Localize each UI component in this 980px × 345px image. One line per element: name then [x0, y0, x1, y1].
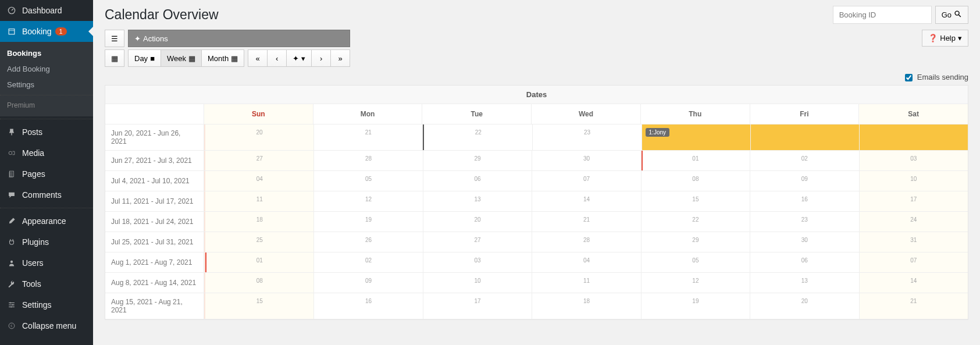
nav-next-button[interactable]: › — [311, 49, 331, 67]
calendar-day-cell[interactable]: 13 — [750, 273, 859, 293]
calendar-day-cell[interactable]: 15 — [204, 293, 314, 319]
booking-id-input[interactable] — [833, 6, 932, 24]
calendar-day-cell[interactable]: 29 — [642, 232, 750, 252]
calendar-day-cell[interactable]: 11 — [204, 191, 314, 211]
calendar-day-cell[interactable]: 28 — [314, 151, 423, 170]
calendar-day-cell[interactable] — [751, 125, 860, 150]
calendar-day-cell[interactable]: 08 — [204, 273, 314, 293]
help-button[interactable]: ❓ Help ▾ — [922, 30, 968, 47]
calendar-day-cell[interactable]: 02 — [314, 252, 423, 272]
calendar-day-cell[interactable]: 23 — [750, 212, 859, 232]
calendar-day-cell[interactable]: 20 — [750, 293, 859, 319]
calendar-view-button[interactable]: ▦ — [105, 49, 124, 67]
calendar-day-cell[interactable]: 05 — [314, 171, 423, 191]
calendar-day-cell[interactable]: 21 — [314, 125, 423, 150]
calendar-day-cell[interactable]: 09 — [314, 273, 423, 293]
calendar-day-cell[interactable]: 17 — [423, 293, 532, 319]
calendar-day-cell[interactable]: 27 — [423, 232, 532, 252]
calendar-day-cell[interactable]: 17 — [860, 191, 968, 211]
calendar-day-cell[interactable]: 27 — [204, 151, 314, 170]
calendar-day-cell[interactable]: 26 — [314, 232, 423, 252]
nav-first-button[interactable]: « — [248, 49, 268, 67]
booking-tag[interactable]: 1:Jony — [646, 128, 669, 137]
calendar-day-cell[interactable]: 1:Jony — [642, 125, 751, 150]
sidebar-item-comments[interactable]: Comments — [0, 184, 93, 205]
view-week-button[interactable]: Week ▦ — [161, 49, 202, 67]
calendar-day-cell[interactable] — [860, 125, 968, 150]
actions-button[interactable]: ✦ Actions — [128, 30, 350, 47]
emails-sending-toggle[interactable]: Emails sending — [905, 73, 968, 81]
calendar-day-cell[interactable]: 15 — [642, 191, 750, 211]
calendar-day-cell[interactable]: 03 — [860, 151, 968, 170]
calendar-day-cell[interactable]: 16 — [314, 293, 423, 319]
sidebar-item-posts[interactable]: Posts — [0, 122, 93, 143]
calendar-day-cell[interactable]: 02 — [750, 151, 859, 170]
calendar-day-cell[interactable]: 10 — [423, 273, 532, 293]
calendar-day-cell[interactable]: 16 — [750, 191, 859, 211]
calendar-day-cell[interactable]: 25 — [204, 232, 314, 252]
calendar-day-cell[interactable]: 05 — [642, 252, 750, 272]
sidebar-item-dashboard[interactable]: Dashboard — [0, 0, 93, 21]
view-day-button[interactable]: Day ■ — [128, 49, 161, 67]
calendar-day-cell[interactable]: 19 — [642, 293, 750, 319]
calendar-day-cell[interactable]: 01 — [204, 252, 314, 272]
sidebar-item-label: Dashboard — [22, 6, 62, 15]
calendar-day-cell[interactable]: 07 — [860, 252, 968, 272]
sidebar-item-tools[interactable]: Tools — [0, 273, 93, 294]
calendar-day-cell[interactable]: 20 — [204, 125, 314, 150]
calendar-day-cell[interactable]: 31 — [860, 232, 968, 252]
calendar-day-cell[interactable]: 13 — [423, 191, 532, 211]
sidebar-item-settings[interactable]: Settings — [0, 294, 93, 315]
calendar-day-cell[interactable]: 14 — [860, 273, 968, 293]
nav-last-button[interactable]: » — [330, 49, 350, 67]
calendar-day-cell[interactable]: 12 — [314, 191, 423, 211]
calendar-day-cell[interactable]: 29 — [423, 151, 532, 170]
view-month-button[interactable]: Month ▦ — [201, 49, 244, 67]
emails-sending-checkbox[interactable] — [905, 74, 913, 81]
calendar-day-cell[interactable]: 23 — [533, 125, 642, 150]
calendar-day-cell[interactable]: 18 — [204, 212, 314, 232]
list-view-button[interactable]: ☰ — [105, 30, 124, 47]
calendar-day-cell[interactable]: 12 — [642, 273, 750, 293]
calendar-day-cell[interactable]: 30 — [750, 232, 859, 252]
calendar-day-cell[interactable]: 01 — [642, 151, 750, 170]
calendar-day-cell[interactable]: 04 — [532, 252, 641, 272]
calendar-day-cell[interactable]: 22 — [423, 125, 533, 150]
calendar-day-cell[interactable]: 21 — [532, 212, 641, 232]
calendar-day-cell[interactable]: 03 — [423, 252, 532, 272]
nav-prev-button[interactable]: ‹ — [267, 49, 287, 67]
calendar-day-cell[interactable]: 11 — [532, 273, 641, 293]
calendar-week-label: Aug 15, 2021 - Aug 21, 2021 — [105, 293, 204, 319]
calendar-day-cell[interactable]: 06 — [750, 252, 859, 272]
calendar-week-row: Jul 11, 2021 - Jul 17, 20211112131415161… — [105, 191, 968, 212]
calendar-day-cell[interactable]: 06 — [423, 171, 532, 191]
calendar-day-cell[interactable]: 20 — [423, 212, 532, 232]
calendar-week-row: Aug 8, 2021 - Aug 14, 202108091011121314 — [105, 273, 968, 293]
sidebar-sub-bookings[interactable]: Bookings — [0, 45, 93, 61]
sidebar-item-appearance[interactable]: Appearance — [0, 211, 93, 232]
calendar-day-cell[interactable]: 14 — [532, 191, 641, 211]
calendar-day-cell[interactable]: 09 — [750, 171, 859, 191]
sidebar-item-users[interactable]: Users — [0, 252, 93, 273]
calendar-day-cell[interactable]: 08 — [642, 171, 750, 191]
sidebar-item-plugins[interactable]: Plugins — [0, 232, 93, 252]
calendar-day-cell[interactable]: 30 — [532, 151, 641, 170]
calendar-day-cell[interactable]: 19 — [314, 212, 423, 232]
sidebar-sub-add-booking[interactable]: Add Booking — [0, 61, 93, 77]
calendar-day-cell[interactable]: 21 — [860, 293, 968, 319]
search-go-button[interactable]: Go — [935, 6, 968, 24]
sidebar-item-collapse[interactable]: Collapse menu — [0, 315, 93, 336]
nav-center-button[interactable]: ✦ ▾ — [286, 49, 312, 67]
sidebar-sub-settings[interactable]: Settings — [0, 77, 93, 93]
calendar-day-cell[interactable]: 22 — [642, 212, 750, 232]
calendar-day-cell[interactable]: 04 — [204, 171, 314, 191]
sidebar-item-booking[interactable]: Booking 1 — [0, 21, 93, 42]
calendar-day-cell[interactable]: 28 — [532, 232, 641, 252]
calendar-day-cell[interactable]: 18 — [532, 293, 641, 319]
calendar-day-cell[interactable]: 07 — [532, 171, 641, 191]
sidebar-item-media[interactable]: Media — [0, 143, 93, 163]
calendar-day-cell[interactable]: 24 — [860, 212, 968, 232]
crosshair-icon: ✦ — [293, 54, 299, 63]
calendar-day-cell[interactable]: 10 — [860, 171, 968, 191]
sidebar-item-pages[interactable]: Pages — [0, 163, 93, 184]
